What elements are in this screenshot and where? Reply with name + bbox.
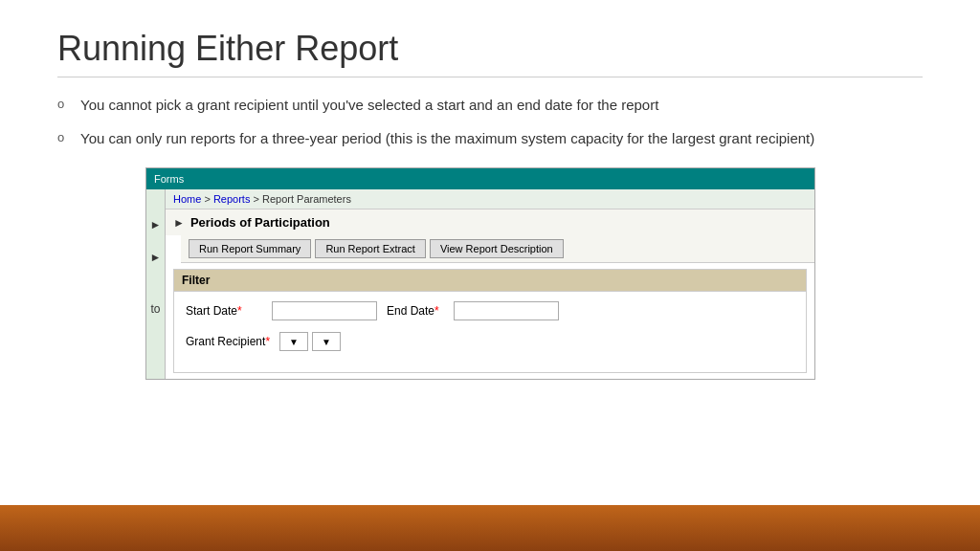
- ui-breadcrumb: Home > Reports > Report Parameters: [166, 189, 814, 209]
- bullet-text-2: You can only run reports for a three-yea…: [80, 128, 814, 148]
- grant-recipient-required: *: [265, 335, 270, 348]
- bottom-bar: [0, 505, 980, 551]
- end-date-label: End Date*: [387, 304, 444, 318]
- end-date-input[interactable]: [454, 301, 559, 320]
- start-date-input[interactable]: [272, 301, 377, 320]
- slide-title: Running Either Report: [57, 29, 923, 77]
- bullet-text-1: You cannot pick a grant recipient until …: [80, 95, 658, 115]
- ui-topbar-text: Forms: [154, 173, 184, 185]
- grant-recipient-row: Grant Recipient* ▼ ▼: [186, 332, 794, 351]
- ui-wrapper: Forms ► ► to Home > Reports > Report Par…: [57, 167, 923, 380]
- breadcrumb-sep2: >: [250, 193, 262, 205]
- bullet-circle-1: o: [57, 95, 75, 113]
- ui-main-content: Home > Reports > Report Parameters ► Per…: [166, 189, 814, 379]
- section-title: Periods of Participation: [190, 215, 330, 230]
- grant-recipient-label: Grant Recipient*: [186, 335, 270, 348]
- ui-toolbar: Run Report Summary Run Report Extract Vi…: [181, 235, 814, 263]
- bullet-item-1: o You cannot pick a grant recipient unti…: [57, 95, 923, 115]
- end-date-required: *: [434, 304, 439, 318]
- run-summary-button[interactable]: Run Report Summary: [189, 239, 311, 258]
- ui-top-bar: Forms: [146, 168, 814, 189]
- view-description-button[interactable]: View Report Description: [430, 239, 564, 258]
- nav-arrow-2[interactable]: ►: [150, 251, 162, 264]
- ui-filter-header: Filter: [174, 270, 806, 292]
- content-area: Running Either Report o You cannot pick …: [0, 0, 980, 505]
- ui-left-nav: ► ► to: [146, 189, 166, 379]
- ui-embed: Forms ► ► to Home > Reports > Report Par…: [145, 167, 815, 380]
- ui-filter-body: Start Date* End Date*: [174, 292, 806, 372]
- section-arrow[interactable]: ►: [173, 216, 185, 230]
- ui-section-header: ► Periods of Participation: [166, 209, 814, 235]
- bullet-list: o You cannot pick a grant recipient unti…: [57, 95, 923, 148]
- bullet-circle-2: o: [57, 128, 75, 146]
- slide-container: Running Either Report o You cannot pick …: [0, 0, 980, 551]
- breadcrumb-reports[interactable]: Reports: [213, 193, 251, 205]
- grant-recipient-select-1[interactable]: ▼: [279, 332, 308, 351]
- grant-recipient-select-2[interactable]: ▼: [312, 332, 341, 351]
- ui-filter-section: Filter Start Date* End Date*: [173, 269, 807, 373]
- start-date-label: Start Date*: [186, 304, 262, 318]
- grant-recipient-selects: ▼ ▼: [279, 332, 341, 351]
- run-extract-button[interactable]: Run Report Extract: [315, 239, 426, 258]
- nav-arrow-1[interactable]: ►: [150, 218, 162, 231]
- breadcrumb-home[interactable]: Home: [173, 193, 201, 205]
- bullet-item-2: o You can only run reports for a three-y…: [57, 128, 923, 148]
- nav-text: to: [150, 302, 160, 316]
- start-date-required: *: [237, 304, 242, 318]
- breadcrumb-current: Report Parameters: [262, 193, 351, 205]
- date-row: Start Date* End Date*: [186, 301, 794, 320]
- breadcrumb-sep1: >: [201, 193, 213, 205]
